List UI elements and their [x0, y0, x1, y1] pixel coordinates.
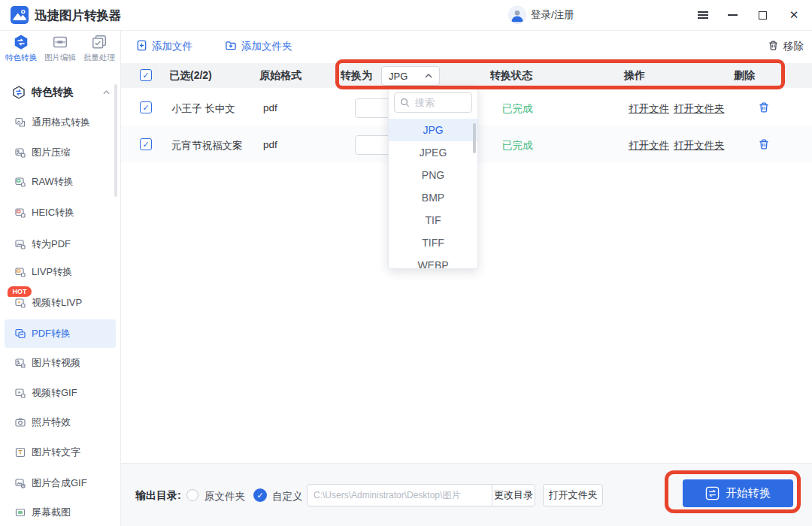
file-name: 元宵节祝福文案 [171, 139, 243, 153]
raw-convert-icon [15, 177, 26, 187]
dropdown-option-webp[interactable]: WEBP [389, 254, 477, 269]
remove-button[interactable]: 移除 [768, 30, 804, 63]
open-folder-link[interactable]: 打开文件夹 [674, 139, 725, 153]
sidebar-item-livp-convert[interactable]: LIVP转换 [5, 258, 116, 286]
livp-convert-icon [15, 267, 26, 277]
radio-custom-label[interactable]: 自定义 [272, 490, 303, 503]
camera-icon [15, 417, 26, 428]
radio-original-label[interactable]: 原文件夹 [205, 490, 245, 503]
hot-badge: HOT [8, 286, 32, 297]
minimize-button[interactable] [722, 0, 743, 30]
image-compress-icon [15, 147, 26, 158]
batch-process-icon [80, 33, 119, 51]
sidebar-group-header[interactable]: 特色转换 [0, 80, 120, 105]
close-button[interactable]: ✕ [783, 0, 804, 30]
title-bar [0, 0, 812, 31]
sidebar-item-universal-format[interactable]: 通用格式转换 [5, 109, 116, 136]
hexagon-convert-icon [12, 86, 26, 99]
file-format: pdf [263, 139, 277, 150]
open-file-link[interactable]: 打开文件 [629, 139, 669, 153]
add-folder-button[interactable]: 添加文件夹 [225, 30, 292, 63]
dropdown-option-bmp[interactable]: BMP [389, 186, 477, 209]
sidebar-item-pdf-convert[interactable]: PDF转换 [5, 319, 116, 348]
format-convert-icon [15, 117, 26, 128]
maximize-button[interactable] [752, 0, 773, 30]
tab-feature-convert[interactable]: 特色转换 [2, 33, 41, 63]
trash-icon [768, 40, 779, 53]
feature-convert-icon [2, 33, 41, 51]
sidebar-item-raw-convert[interactable]: RAW转换 [5, 168, 116, 195]
table-header-row [121, 63, 812, 88]
video-to-gif-icon [15, 388, 26, 398]
radio-original-folder[interactable] [186, 489, 198, 501]
merge-gif-icon [15, 478, 26, 488]
chevron-up-icon [425, 74, 432, 78]
start-convert-button[interactable]: 开始转换 [683, 479, 793, 507]
header-actions: 操作 [624, 69, 645, 83]
search-input[interactable] [414, 96, 469, 109]
dropdown-option-jpg[interactable]: JPG [389, 119, 477, 141]
change-dir-button[interactable]: 更改目录 [492, 484, 535, 506]
delete-row-icon[interactable] [758, 101, 770, 116]
header-convert-status: 转换状态 [490, 69, 532, 83]
dropdown-search-box[interactable] [394, 92, 472, 113]
avatar[interactable] [508, 6, 526, 24]
dropdown-option-tif[interactable]: TIF [389, 209, 477, 231]
sidebar-item-to-pdf[interactable]: 转为PDF [5, 231, 116, 258]
dropdown-option-png[interactable]: PNG [389, 164, 477, 186]
tab-image-edit[interactable]: 图片编辑 [41, 33, 80, 63]
open-file-link[interactable]: 打开文件 [629, 102, 669, 116]
dropdown-scrollbar[interactable] [473, 123, 476, 153]
convert-format-select[interactable]: JPG [381, 66, 440, 86]
dropdown-option-tiff[interactable]: TIFF [389, 231, 477, 254]
add-file-icon [136, 40, 147, 53]
sidebar-item-photo-effects[interactable]: 照片特效 [5, 409, 116, 436]
screenshot-icon [15, 507, 26, 518]
image-to-text-icon [15, 447, 26, 458]
select-all-checkbox[interactable]: ✓ [140, 69, 152, 81]
header-source-format: 原始格式 [259, 69, 301, 83]
format-dropdown-panel: JPG JPEG PNG BMP TIF TIFF WEBP [388, 86, 478, 269]
header-selected-count: 已选(2/2) [169, 69, 212, 83]
sidebar-divider [120, 30, 121, 526]
heic-convert-icon [15, 207, 26, 218]
image-to-video-icon [15, 358, 26, 368]
dropdown-option-jpeg[interactable]: JPEG [389, 141, 477, 164]
convert-arrows-icon [705, 486, 720, 500]
open-folder-button[interactable]: 打开文件夹 [543, 484, 603, 506]
menu-button[interactable] [692, 0, 714, 30]
header-convert-to: 转换为 [341, 69, 372, 83]
sidebar-item-screenshot[interactable]: 屏幕截图 [5, 499, 116, 526]
sidebar-item-image-to-text[interactable]: 图片转文字 [5, 439, 116, 466]
header-delete: 删除 [734, 69, 755, 83]
add-file-button[interactable]: 添加文件 [136, 30, 192, 63]
sidebar-item-image-compress[interactable]: 图片压缩 [5, 139, 116, 166]
video-to-livp-icon [15, 298, 26, 308]
open-folder-link[interactable]: 打开文件夹 [674, 102, 725, 116]
add-folder-icon [225, 40, 237, 53]
file-name: 小王子 长中文 [171, 102, 235, 116]
row-checkbox[interactable]: ✓ [140, 138, 152, 150]
file-format: pdf [263, 102, 277, 113]
app-title: 迅捷图片转换器 [35, 0, 122, 30]
sidebar-item-image-to-video[interactable]: 图片转视频 [5, 349, 116, 376]
status-badge: 已完成 [502, 102, 533, 116]
image-edit-icon [41, 33, 80, 51]
app-logo-icon [11, 6, 29, 24]
row-checkbox[interactable]: ✓ [140, 101, 152, 113]
to-pdf-icon [15, 239, 26, 249]
delete-row-icon[interactable] [758, 138, 770, 153]
app-window: 迅捷图片转换器 登录/注册 ✕ 特色转换 图片编辑 批量处理 添加文件 添加文件… [0, 0, 812, 526]
sidebar-item-merge-gif[interactable]: 图片合成GIF [5, 470, 116, 497]
search-icon [400, 98, 410, 107]
login-register-link[interactable]: 登录/注册 [531, 0, 574, 30]
status-badge: 已完成 [502, 139, 533, 153]
output-dir-label: 输出目录: [135, 489, 181, 503]
dropdown-option-list: JPG JPEG PNG BMP TIF TIFF WEBP [389, 119, 477, 269]
collapse-chevron-icon [103, 90, 110, 95]
output-path-input[interactable] [307, 484, 492, 506]
tab-batch-process[interactable]: 批量处理 [80, 33, 119, 63]
radio-custom[interactable]: ✓ [253, 488, 267, 502]
sidebar-item-video-to-gif[interactable]: 视频转GIF [5, 379, 116, 407]
sidebar-item-heic-convert[interactable]: HEIC转换 [5, 199, 116, 226]
